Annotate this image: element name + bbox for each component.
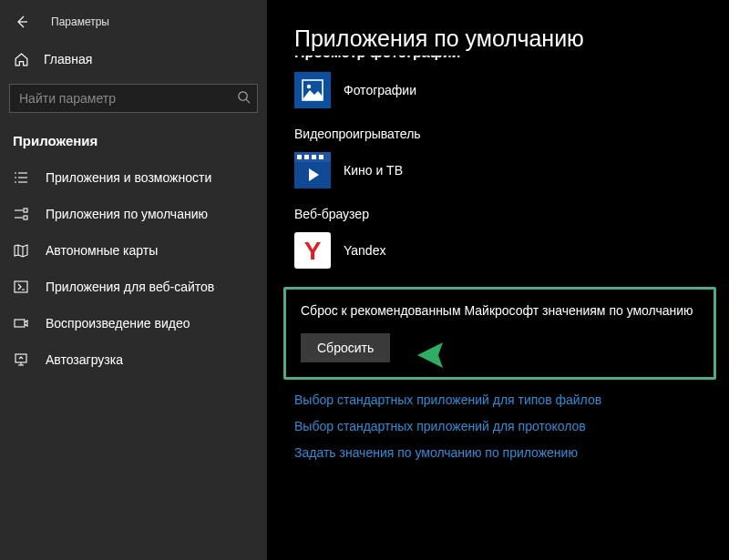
- yandex-app-icon: Y: [294, 232, 331, 269]
- movies-app-icon: [294, 152, 331, 188]
- link-file-types[interactable]: Выбор стандартных приложений для типов ф…: [294, 392, 707, 407]
- default-app-name: Кино и ТВ: [344, 163, 403, 178]
- nav-item-label: Автозагрузка: [46, 352, 123, 367]
- arrow-left-icon: [15, 15, 29, 29]
- category-label: Приложения: [0, 126, 267, 159]
- nav-home-label: Главная: [44, 52, 92, 66]
- web-apps-icon: [13, 279, 29, 295]
- section-label: Видеопроигрыватель: [294, 127, 707, 141]
- svg-text:Y: Y: [304, 237, 322, 265]
- sidebar: Параметры Главная Приложения Приложения …: [0, 0, 267, 560]
- nav-item-apps-for-websites[interactable]: Приложения для веб-сайтов: [0, 269, 267, 305]
- svg-point-22: [307, 85, 311, 88]
- cutoff-section-label: Просмотр фотографий: [294, 56, 707, 66]
- list-icon: [13, 169, 29, 186]
- nav-item-apps-features[interactable]: Приложения и возможности: [0, 159, 267, 196]
- svg-rect-12: [24, 216, 27, 219]
- svg-rect-25: [304, 155, 309, 159]
- nav-item-label: Воспроизведение видео: [46, 316, 190, 331]
- page-title: Приложения по умолчанию: [294, 25, 707, 52]
- titlebar: Параметры: [0, 5, 267, 42]
- search-container: [0, 76, 267, 126]
- home-icon: [13, 51, 29, 67]
- photos-app-icon: [294, 72, 331, 108]
- reset-description: Сброс к рекомендованным Майкрософт значе…: [301, 302, 699, 321]
- link-by-app[interactable]: Задать значения по умолчанию по приложен…: [294, 445, 707, 460]
- default-app-chip[interactable]: Фотографии: [294, 70, 707, 110]
- video-icon: [13, 315, 29, 331]
- svg-rect-26: [312, 155, 316, 159]
- annotation-arrow-icon: [416, 337, 570, 373]
- svg-rect-24: [297, 155, 302, 159]
- startup-icon: [13, 351, 29, 368]
- nav-item-label: Приложения и возможности: [46, 170, 211, 185]
- default-app-name: Yandex: [344, 243, 385, 258]
- map-icon: [13, 242, 29, 259]
- nav-list: Приложения и возможности Приложения по у…: [0, 159, 267, 378]
- default-app-section-video: Видеопроигрыватель Кино и ТВ: [294, 127, 707, 190]
- nav-item-label: Приложения по умолчанию: [46, 207, 208, 221]
- default-app-chip[interactable]: Кино и ТВ: [294, 150, 707, 190]
- svg-rect-18: [15, 354, 26, 362]
- reset-highlight-box: Сброс к рекомендованным Майкрософт значе…: [283, 287, 716, 380]
- nav-item-default-apps[interactable]: Приложения по умолчанию: [0, 196, 267, 232]
- nav-item-label: Автономные карты: [46, 243, 158, 258]
- svg-rect-17: [15, 320, 25, 327]
- nav-item-startup[interactable]: Автозагрузка: [0, 341, 267, 378]
- nav-item-video-playback[interactable]: Воспроизведение видео: [0, 305, 267, 341]
- svg-rect-10: [24, 209, 27, 212]
- links-section: Выбор стандартных приложений для типов ф…: [294, 392, 707, 460]
- svg-rect-27: [319, 155, 323, 159]
- back-button[interactable]: [11, 11, 33, 33]
- nav-item-offline-maps[interactable]: Автономные карты: [0, 232, 267, 269]
- main-content: Приложения по умолчанию Просмотр фотогра…: [267, 0, 729, 560]
- window-title: Параметры: [51, 15, 109, 28]
- reset-button[interactable]: Сбросить: [301, 333, 390, 362]
- defaults-icon: [13, 206, 29, 222]
- link-protocols[interactable]: Выбор стандартных приложений для протоко…: [294, 419, 707, 433]
- default-app-name: Фотографии: [344, 83, 416, 97]
- section-label: Веб-браузер: [294, 207, 707, 221]
- default-app-chip[interactable]: Y Yandex: [294, 230, 707, 270]
- default-app-section-browser: Веб-браузер Y Yandex: [294, 207, 707, 270]
- nav-home[interactable]: Главная: [0, 42, 267, 76]
- default-app-section-photos: Фотографии: [294, 70, 707, 110]
- search-input[interactable]: [9, 84, 258, 113]
- nav-item-label: Приложения для веб-сайтов: [46, 280, 214, 294]
